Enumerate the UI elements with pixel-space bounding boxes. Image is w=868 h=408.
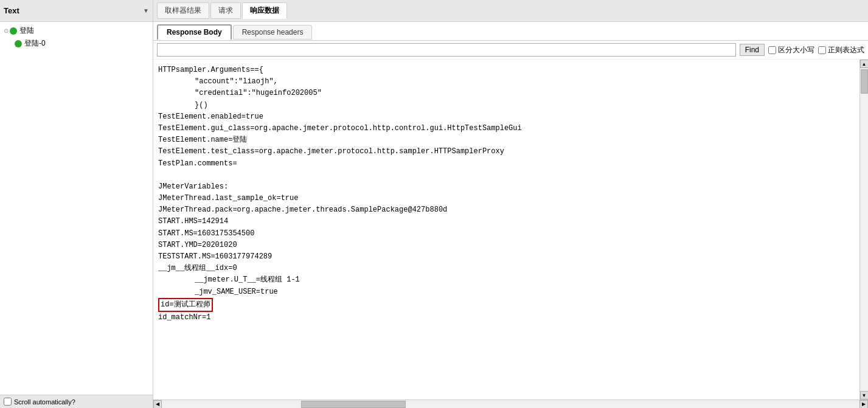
code-line: TESTSTART.MS=1603177974289: [158, 251, 847, 263]
code-line: TestElement.test_class=org.apache.jmeter…: [158, 146, 847, 157]
find-button[interactable]: Find: [740, 44, 765, 56]
vertical-scrollbar[interactable]: ▲ ▼: [859, 60, 868, 399]
code-line: __jm__线程组__idx=0: [158, 263, 847, 274]
scroll-auto-checkbox[interactable]: [4, 398, 12, 406]
case-sensitive-label[interactable]: 区分大小写: [768, 45, 814, 55]
code-line: START.YMD=20201020: [158, 240, 847, 251]
tab-response-data[interactable]: 响应数据: [242, 2, 287, 19]
tree-label-denglu-0: 登陆-0: [24, 38, 46, 49]
content-wrapper: HTTPsampler.Arguments=={"account":"liaoj…: [153, 60, 868, 399]
scroll-right-arrow[interactable]: ▶: [859, 400, 868, 409]
tab-response-body[interactable]: Response Body: [157, 24, 232, 40]
left-panel-header: Text ▼: [0, 0, 153, 22]
scroll-auto-label: Scroll automatically?: [14, 398, 75, 406]
scroll-left-arrow[interactable]: ◀: [153, 400, 162, 409]
code-line: TestElement.enabled=true: [158, 111, 847, 123]
tab-sampler-result[interactable]: 取样器结果: [157, 2, 209, 19]
highlighted-code-line: id=测试工程师: [158, 298, 213, 312]
code-line: "account":"liaojh",: [158, 76, 847, 88]
code-line: START.HMS=142914: [158, 216, 847, 227]
code-line: __jmeter.U_T__=线程组 1-1: [158, 274, 847, 286]
scroll-down-arrow[interactable]: ▼: [860, 391, 869, 399]
code-line: _jmv_SAME_USER=true: [158, 286, 847, 298]
inner-tabs: Response Body Response headers: [153, 22, 868, 41]
code-line: id=测试工程师: [158, 298, 847, 312]
green-status-icon-denglu: [10, 27, 17, 35]
main-container: Text ▼ ⊙ 登陆 登陆-0 Scroll automatically? 取…: [0, 0, 868, 408]
code-line: JMeterThread.pack=org.apache.jmeter.thre…: [158, 204, 847, 216]
left-panel-title: Text: [4, 6, 19, 15]
scroll-up-arrow[interactable]: ▲: [860, 60, 869, 68]
horizontal-scrollbar[interactable]: ◀ ▶: [153, 399, 868, 408]
right-panel: 取样器结果 请求 响应数据 Response Body Response hea…: [153, 0, 868, 408]
h-scroll-track[interactable]: [162, 401, 859, 408]
tree-label-denglu: 登陆: [19, 26, 34, 36]
case-sensitive-checkbox[interactable]: [768, 46, 776, 54]
code-content: HTTPsampler.Arguments=={"account":"liaoj…: [153, 62, 859, 326]
code-line: TestPlan.comments=: [158, 158, 847, 170]
code-line: HTTPsampler.Arguments=={: [158, 64, 847, 76]
tree-item-denglu[interactable]: ⊙ 登陆: [0, 24, 153, 37]
tab-request[interactable]: 请求: [210, 2, 241, 19]
code-line: START.MS=1603175354500: [158, 228, 847, 240]
scroll-auto-bar: Scroll automatically?: [0, 395, 153, 408]
dropdown-arrow-icon[interactable]: ▼: [143, 7, 149, 14]
search-bar: Find 区分大小写 正则表达式: [153, 41, 868, 60]
code-line: id_matchNr=1: [158, 312, 847, 323]
pin-icon: ⊙: [4, 27, 9, 34]
search-input[interactable]: [157, 43, 736, 57]
code-line: JMeterThread.last_sample_ok=true: [158, 193, 847, 204]
green-status-icon-denglu-0: [15, 40, 22, 47]
scroll-thumb[interactable]: [861, 69, 868, 94]
regex-checkbox[interactable]: [818, 46, 826, 54]
code-line: [158, 170, 847, 181]
code-line: TestElement.gui_class=org.apache.jmeter.…: [158, 123, 847, 134]
code-line: TestElement.name=登陆: [158, 134, 847, 146]
tree-container: ⊙ 登陆 登陆-0: [0, 22, 153, 395]
code-line: "credential":"hugeinfo202005": [158, 88, 847, 99]
left-panel: Text ▼ ⊙ 登陆 登陆-0 Scroll automatically?: [0, 0, 153, 408]
h-scroll-thumb[interactable]: [301, 401, 406, 408]
regex-label[interactable]: 正则表达式: [818, 45, 864, 55]
code-line: }(): [158, 100, 847, 111]
tree-item-denglu-0[interactable]: 登陆-0: [0, 37, 153, 50]
tab-response-headers[interactable]: Response headers: [233, 25, 313, 40]
code-line: JMeterVariables:: [158, 181, 847, 193]
content-area[interactable]: HTTPsampler.Arguments=={"account":"liaoj…: [153, 60, 859, 399]
top-tabs: 取样器结果 请求 响应数据: [153, 0, 868, 22]
